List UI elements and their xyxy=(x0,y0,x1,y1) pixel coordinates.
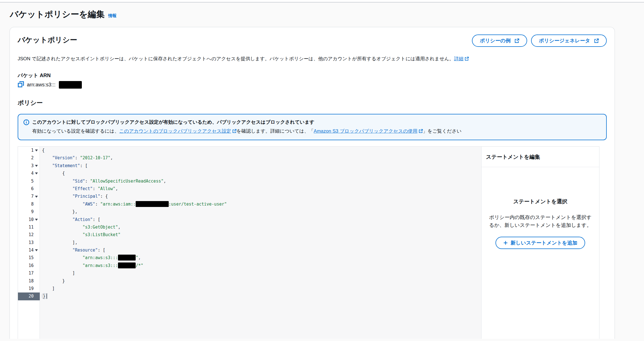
fold-toggle-icon[interactable] xyxy=(34,196,38,198)
info-link[interactable]: 情報 xyxy=(108,13,117,19)
card-actions: ポリシーの例 ポリシージェネレータ xyxy=(472,34,607,47)
line-number-gutter[interactable]: 18 xyxy=(18,277,40,285)
code-text: "Resource": [ xyxy=(40,246,105,254)
line-number: 17 xyxy=(24,269,34,277)
line-number-gutter[interactable]: 8 xyxy=(18,201,40,208)
code-line-3[interactable]: 3 "Statement": [ xyxy=(18,162,481,170)
fold-toggle-icon[interactable] xyxy=(34,149,38,151)
line-number-gutter[interactable]: 17 xyxy=(18,269,40,277)
code-line-1[interactable]: 1{ xyxy=(18,147,481,154)
code-text: "arn:aws:s3:::/*" xyxy=(40,262,143,269)
code-line-6[interactable]: 6 "Effect": "Allow", xyxy=(18,185,481,193)
external-link-icon xyxy=(419,128,423,135)
bucket-arn-label: バケット ARN xyxy=(18,72,607,79)
line-number-gutter[interactable]: 5 xyxy=(18,178,40,185)
line-number-gutter[interactable]: 1 xyxy=(18,147,40,154)
line-number-gutter[interactable]: 9 xyxy=(18,208,40,216)
code-line-18[interactable]: 18 } xyxy=(18,277,481,285)
code-line-11[interactable]: 11 "s3:GetObject", xyxy=(18,224,481,231)
external-link-icon xyxy=(232,128,237,135)
line-number-gutter[interactable]: 12 xyxy=(18,231,40,239)
page-title: バケットポリシーを編集 xyxy=(10,9,105,20)
bucket-arn-value: arn:aws:s3::: xyxy=(27,82,55,88)
line-number: 16 xyxy=(24,262,34,269)
line-number: 4 xyxy=(24,170,34,177)
fold-toggle-icon[interactable] xyxy=(34,249,38,251)
block-public-access-settings-link[interactable]: このアカウントのブロックパブリックアクセス設定 xyxy=(119,128,231,134)
policy-generator-label: ポリシージェネレータ xyxy=(539,37,590,44)
statement-empty-state: ステートメントを選択 ポリシー内の既存のステートメントを選択するか、新しいステー… xyxy=(481,167,599,249)
statement-panel: ステートメントを編集 ステートメントを選択 ポリシー内の既存のステートメントを選… xyxy=(481,147,599,339)
public-access-blocked-alert: このアカウントに対してブロックパブリックアクセス設定が有効になっているため、パブ… xyxy=(18,114,607,140)
s3-block-public-access-docs-link[interactable]: Amazon S3 ブロックパブリックアクセスの使用 xyxy=(314,128,417,134)
code-text: "Statement": [ xyxy=(40,162,88,170)
bucket-policy-card: バケットポリシー ポリシーの例 ポリシージェネレータ JSON で記述されたアク… xyxy=(10,27,615,339)
code-text: "Effect": "Allow", xyxy=(40,185,118,193)
json-policy-editor[interactable]: 1{2 "Version": "2012-10-17",3 "Statement… xyxy=(18,147,481,339)
code-line-15[interactable]: 15 "arn:aws:s3:::", xyxy=(18,254,481,262)
line-number: 1 xyxy=(24,147,34,154)
line-number-gutter[interactable]: 14 xyxy=(18,246,40,254)
bucket-arn-row: arn:aws:s3::: xyxy=(18,81,607,89)
code-line-5[interactable]: 5 "Sid": "AllowSpecificUserReadAccess", xyxy=(18,178,481,185)
code-line-7[interactable]: 7 "Principal": { xyxy=(18,193,481,200)
line-number-gutter[interactable]: 11 xyxy=(18,224,40,231)
statement-empty-body: ポリシー内の既存のステートメントを選択するか、新しいステートメントを追加します。 xyxy=(488,214,592,229)
line-number: 6 xyxy=(24,185,34,193)
code-line-4[interactable]: 4 { xyxy=(18,170,481,177)
policy-generator-button[interactable]: ポリシージェネレータ xyxy=(531,34,607,47)
statement-panel-header: ステートメントを編集 xyxy=(481,147,599,167)
copy-arn-button[interactable] xyxy=(18,81,24,88)
policy-editor-workarea: 1{2 "Version": "2012-10-17",3 "Statement… xyxy=(18,146,599,339)
code-text: }, xyxy=(40,208,77,216)
code-line-17[interactable]: 17 ] xyxy=(18,269,481,277)
policy-section-heading: ポリシー xyxy=(18,99,607,107)
line-number-gutter[interactable]: 13 xyxy=(18,239,40,246)
line-number-gutter[interactable]: 19 xyxy=(18,285,40,292)
code-line-14[interactable]: 14 "Resource": [ xyxy=(18,246,481,254)
description-text: JSON で記述されたアクセスポイントポリシーは、バケットに保存されたオブジェク… xyxy=(18,56,454,61)
learn-more-link[interactable]: 詳細 xyxy=(454,56,464,61)
code-text: { xyxy=(40,147,45,154)
policy-examples-button[interactable]: ポリシーの例 xyxy=(472,34,527,47)
line-number-gutter xyxy=(18,300,40,339)
line-number-gutter[interactable]: 4 xyxy=(18,170,40,177)
code-line-19[interactable]: 19 ] xyxy=(18,285,481,292)
fold-toggle-icon[interactable] xyxy=(34,219,38,221)
line-number-gutter[interactable]: 2 xyxy=(18,154,40,162)
line-number: 12 xyxy=(24,231,34,239)
line-number-gutter[interactable]: 10 xyxy=(18,216,40,224)
add-statement-button[interactable]: 新しいステートメントを追加 xyxy=(495,237,585,249)
line-number-gutter[interactable]: 6 xyxy=(18,185,40,193)
external-link-icon xyxy=(515,38,519,43)
code-line-16[interactable]: 16 "arn:aws:s3:::/*" xyxy=(18,262,481,269)
line-number-gutter[interactable]: 16 xyxy=(18,262,40,269)
plus-icon xyxy=(503,241,508,245)
info-icon xyxy=(23,119,29,126)
line-number-gutter[interactable]: 3 xyxy=(18,162,40,170)
card-title: バケットポリシー xyxy=(18,34,77,45)
editor-empty-area[interactable] xyxy=(18,300,481,339)
alert-body: 有効になっている設定を確認するには、このアカウントのブロックパブリックアクセス設… xyxy=(32,128,601,135)
code-text: "Action": [ xyxy=(40,216,100,224)
alert-body-text: を確認します。詳細については、「 xyxy=(237,128,314,134)
code-text: "AWS": "arn:aws:iam:::user/test-active-u… xyxy=(40,201,227,208)
code-line-9[interactable]: 9 }, xyxy=(18,208,481,216)
code-line-8[interactable]: 8 "AWS": "arn:aws:iam:::user/test-active… xyxy=(18,201,481,208)
fold-toggle-icon[interactable] xyxy=(34,172,38,174)
code-line-13[interactable]: 13 ], xyxy=(18,239,481,246)
code-text: "s3:ListBucket" xyxy=(40,231,121,239)
code-text: ] xyxy=(40,285,55,292)
code-line-10[interactable]: 10 "Action": [ xyxy=(18,216,481,224)
code-text: "Principal": { xyxy=(40,193,108,200)
code-text: { xyxy=(40,170,65,177)
code-line-20[interactable]: 20} xyxy=(18,292,481,300)
copy-icon xyxy=(18,81,24,88)
code-line-2[interactable]: 2 "Version": "2012-10-17", xyxy=(18,154,481,162)
line-number-gutter[interactable]: 20 xyxy=(18,292,40,300)
code-line-12[interactable]: 12 "s3:ListBucket" xyxy=(18,231,481,239)
line-number-gutter[interactable]: 7 xyxy=(18,193,40,200)
add-statement-label: 新しいステートメントを追加 xyxy=(511,239,577,246)
fold-toggle-icon[interactable] xyxy=(34,165,38,167)
line-number-gutter[interactable]: 15 xyxy=(18,254,40,262)
